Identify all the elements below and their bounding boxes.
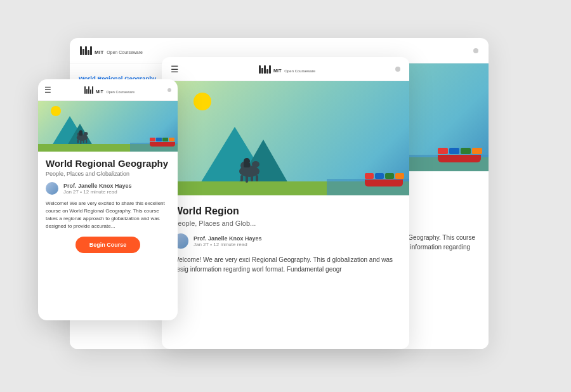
- mit-acronym: MIT: [95, 49, 104, 55]
- mit-logo-text-tablet: MIT Open Courseware: [273, 63, 315, 75]
- author-row-mobile: Prof. Janelle Knox Hayes Jan 27 • 12 min…: [46, 182, 170, 195]
- mit-bar-t3: [264, 65, 266, 74]
- ship-mobile: [150, 138, 175, 147]
- mit-acronym-tablet: MIT: [273, 69, 282, 73]
- ship-tablet: [365, 173, 404, 186]
- container-2: [449, 148, 459, 154]
- svg-rect-19: [244, 162, 250, 167]
- mit-bars-mobile: [84, 86, 93, 94]
- container-3: [461, 148, 471, 154]
- menu-dot-tablet[interactable]: [395, 67, 400, 72]
- mit-bar-m5: [92, 86, 93, 94]
- svg-rect-15: [246, 175, 248, 183]
- svg-rect-25: [80, 140, 81, 144]
- mit-bar-t2: [261, 68, 263, 74]
- course-title-mobile: World Regional Geography: [46, 158, 170, 169]
- containers: [438, 148, 482, 154]
- mit-acronym-mobile: MIT: [96, 89, 103, 94]
- svg-rect-16: [251, 175, 253, 181]
- svg-rect-17: [256, 175, 258, 181]
- mit-bar-3: [85, 46, 87, 55]
- hero-mobile: [38, 101, 178, 152]
- mit-logo-tablet: MIT Open Courseware: [259, 63, 315, 75]
- author-name-tablet: Prof. Janelle Knox Hayes: [194, 235, 262, 242]
- containers-tablet: [365, 173, 404, 179]
- containers-mobile: [150, 138, 175, 141]
- mit-bar-m3: [88, 86, 89, 94]
- menu-dot-mobile[interactable]: [167, 88, 171, 92]
- mit-subtext: Open Courseware: [107, 50, 143, 55]
- mit-logo-text-mobile: MIT Open Courseware: [96, 84, 135, 96]
- top-bar-mobile: ☰ MIT Open Courseware: [38, 79, 178, 101]
- sun-tablet: [194, 93, 211, 110]
- body-text-mobile: Welcome! We are very excited to share th…: [46, 200, 170, 230]
- ship: [438, 148, 482, 162]
- mit-bar-t1: [259, 65, 261, 74]
- mit-bars-tablet: [259, 65, 271, 74]
- mit-logo: MIT Open Courseware: [80, 45, 143, 56]
- content-text-tablet: World Region People, Places and Glob... …: [162, 195, 409, 284]
- content-text-mobile: World Regional Geography People, Places …: [38, 152, 178, 259]
- svg-rect-29: [79, 133, 83, 135]
- panel-mobile: ☰ MIT Open Courseware: [38, 79, 178, 320]
- svg-rect-24: [77, 140, 79, 143]
- menu-dot-icon[interactable]: [473, 48, 478, 53]
- menu-icon-mobile[interactable]: ☰: [44, 86, 51, 95]
- author-info-mobile: Prof. Janelle Knox Hayes Jan 27 • 12 min…: [63, 183, 132, 195]
- menu-icon-tablet[interactable]: ☰: [171, 64, 179, 74]
- mit-bar-5: [90, 46, 92, 55]
- mit-bar-m4: [90, 89, 91, 94]
- top-bar-tablet: ☰ MIT Open Courseware: [162, 57, 409, 81]
- course-subtitle-tablet: People, Places and Glob...: [173, 219, 398, 227]
- camel-tablet: [232, 148, 266, 183]
- mit-bar-4: [88, 50, 89, 55]
- mit-subtext-mobile: Open Courseware: [106, 90, 135, 94]
- mit-bar-1: [80, 46, 82, 55]
- mit-bar-m1: [84, 86, 86, 94]
- mit-bar-t5: [269, 65, 271, 74]
- mit-bar-t4: [266, 69, 268, 74]
- body-text-tablet: Welcome! We are very exci Regional Geogr…: [173, 255, 398, 274]
- sun-mobile: [51, 106, 61, 116]
- mit-bar-m2: [86, 89, 88, 94]
- author-info-tablet: Prof. Janelle Knox Hayes Jan 27 • 12 min…: [194, 235, 262, 247]
- ship-area: [400, 140, 489, 171]
- begin-course-button[interactable]: Begin Course: [75, 237, 141, 253]
- mit-logo-mobile: MIT Open Courseware: [84, 84, 135, 96]
- hull-mobile: [150, 142, 175, 147]
- svg-rect-26: [83, 140, 84, 143]
- date-mobile: Jan 27 • 12 minute read: [63, 189, 132, 195]
- camel-mobile: [72, 125, 91, 144]
- scene: MIT Open Courseware World Regional Geogr…: [0, 0, 571, 392]
- panel-tablet: ☰ MIT Open Courseware: [162, 57, 409, 349]
- mit-logo-bars: [80, 46, 92, 55]
- course-title-tablet: World Region: [173, 206, 398, 217]
- mit-bar-2: [82, 49, 84, 55]
- ship-area-mobile: [130, 133, 178, 152]
- hero-tablet: [162, 81, 409, 195]
- ship-area-tablet: [327, 164, 409, 195]
- hull-tablet: [365, 180, 403, 186]
- svg-rect-13: [253, 164, 256, 169]
- author-row-tablet: Prof. Janelle Knox Hayes Jan 27 • 12 min…: [173, 233, 398, 249]
- avatar-mobile: [46, 182, 58, 195]
- svg-rect-27: [86, 140, 87, 143]
- container-1: [438, 148, 448, 154]
- mit-subtext-tablet: Open Courseware: [284, 69, 315, 73]
- date-tablet: Jan 27 • 12 minute read: [194, 242, 262, 247]
- ship-hull: [438, 155, 481, 162]
- svg-rect-23: [84, 134, 86, 136]
- mit-logo-text: MIT Open Courseware: [95, 45, 143, 56]
- author-name-mobile: Prof. Janelle Knox Hayes: [63, 183, 132, 189]
- container-4: [472, 148, 482, 154]
- course-subtitle-mobile: People, Places and Globalization: [46, 171, 170, 177]
- svg-rect-14: [240, 175, 243, 181]
